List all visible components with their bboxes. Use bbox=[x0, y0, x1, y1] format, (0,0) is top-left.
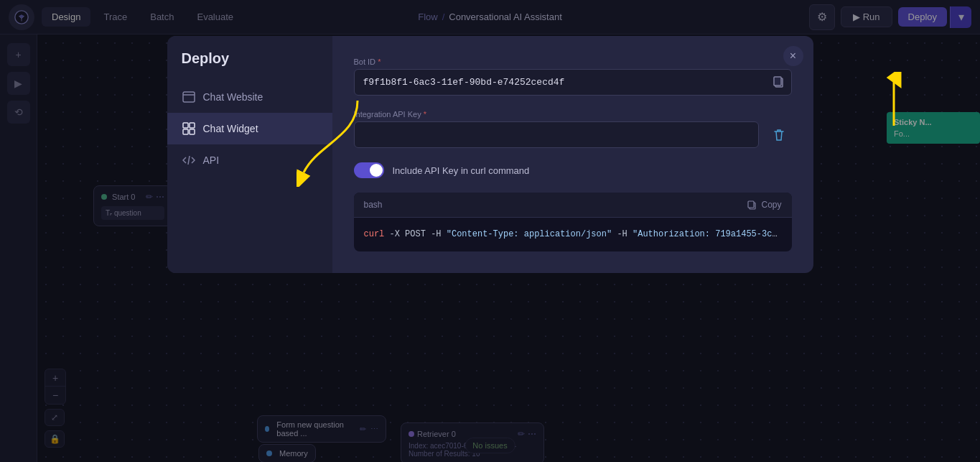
chat-website-label: Chat Website bbox=[203, 91, 263, 103]
modal-sidebar: Deploy Chat Website bbox=[167, 36, 332, 273]
svg-rect-3 bbox=[183, 92, 195, 102]
modal-overlay[interactable]: Deploy Chat Website bbox=[0, 0, 980, 462]
code-block: bash Copy curl -X POST -H "Content-Type:… bbox=[354, 193, 792, 251]
api-key-label: Integration API Key bbox=[354, 110, 792, 119]
modal-title: Deploy bbox=[167, 50, 332, 81]
copy-bot-id-button[interactable] bbox=[772, 75, 785, 91]
api-key-group: Integration API Key bbox=[354, 110, 792, 148]
deploy-modal: Deploy Chat Website bbox=[167, 36, 813, 273]
delete-api-key-button[interactable] bbox=[766, 122, 792, 148]
svg-line-9 bbox=[188, 156, 190, 165]
widget-icon bbox=[182, 121, 196, 136]
browser-icon bbox=[182, 90, 196, 104]
copy-code-label: Copy bbox=[761, 200, 781, 210]
code-flags: -X POST -H bbox=[390, 229, 447, 239]
bot-id-input[interactable] bbox=[354, 69, 792, 96]
api-key-input[interactable] bbox=[354, 121, 759, 148]
api-key-toggle[interactable] bbox=[354, 162, 384, 178]
chat-widget-label: Chat Widget bbox=[203, 123, 258, 134]
code-icon bbox=[182, 153, 196, 167]
api-key-row bbox=[354, 121, 792, 148]
modal-nav-api[interactable]: API bbox=[167, 144, 332, 176]
toggle-thumb bbox=[370, 164, 383, 177]
code-curl: curl bbox=[364, 229, 385, 239]
modal-nav-chat-widget[interactable]: Chat Widget bbox=[167, 113, 332, 144]
code-content: curl -X POST -H "Content-Type: applicati… bbox=[354, 218, 792, 251]
bot-id-group: Bot ID bbox=[354, 57, 792, 96]
modal-close-button[interactable]: × bbox=[783, 46, 803, 66]
bot-id-container bbox=[354, 69, 792, 96]
code-header: bash Copy bbox=[354, 193, 792, 218]
api-label: API bbox=[203, 154, 220, 166]
code-lang: bash bbox=[364, 200, 383, 210]
toggle-label: Include API Key in curl command bbox=[393, 165, 530, 176]
modal-content: Bot ID Integration API Key bbox=[332, 36, 813, 273]
svg-rect-11 bbox=[774, 77, 781, 86]
svg-rect-5 bbox=[183, 123, 188, 128]
copy-code-button[interactable]: Copy bbox=[747, 200, 781, 210]
toggle-row: Include API Key in curl command bbox=[354, 162, 792, 178]
modal-nav-chat-website[interactable]: Chat Website bbox=[167, 81, 332, 113]
svg-rect-13 bbox=[748, 201, 754, 208]
svg-rect-8 bbox=[190, 129, 195, 134]
code-content-type: "Content-Type: application/json" bbox=[447, 229, 612, 239]
svg-rect-6 bbox=[190, 123, 195, 128]
code-space: -H bbox=[617, 229, 633, 239]
bot-id-label: Bot ID bbox=[354, 57, 792, 66]
code-auth: "Authorization: 719a1455-3c02- bbox=[633, 229, 788, 239]
svg-rect-7 bbox=[183, 129, 188, 134]
